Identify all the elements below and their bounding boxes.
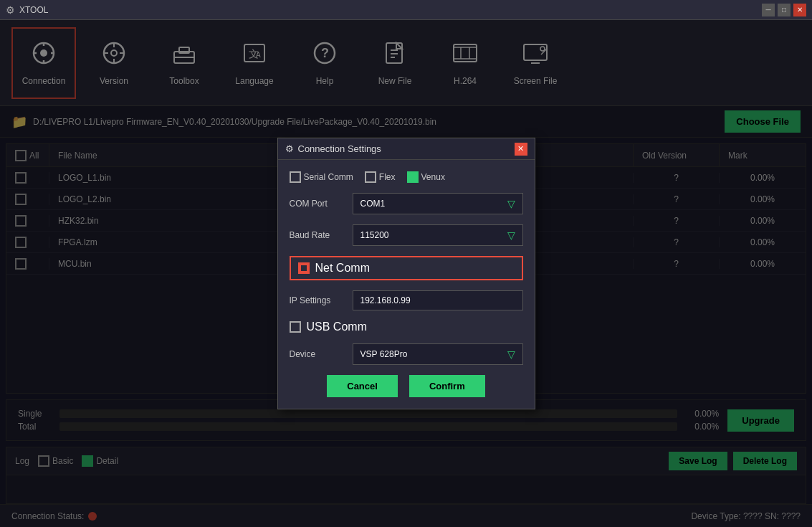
title-bar-controls: ─ □ ✕ <box>762 4 806 16</box>
close-button[interactable]: ✕ <box>793 4 806 16</box>
flex-item: Flex <box>365 171 396 183</box>
modal-close-button[interactable]: ✕ <box>515 143 527 156</box>
baud-rate-select[interactable]: 115200 ▽ <box>353 224 523 246</box>
venux-checkbox[interactable] <box>407 171 419 183</box>
modal-confirm-button[interactable]: Confirm <box>409 375 485 397</box>
modal-icon: ⚙ <box>285 143 294 154</box>
modal-titlebar: ⚙ Connection Settings ✕ <box>278 138 535 160</box>
device-value: VSP 628Pro <box>360 349 408 359</box>
venux-item: Venux <box>407 171 445 183</box>
app-icon: ⚙ <box>6 4 15 16</box>
ip-settings-label: IP Settings <box>290 295 347 305</box>
device-row: Device VSP 628Pro ▽ <box>290 343 523 365</box>
usb-comm-checkbox[interactable] <box>290 321 301 333</box>
baud-rate-label: Baud Rate <box>290 230 347 240</box>
device-select[interactable]: VSP 628Pro ▽ <box>353 343 523 365</box>
modal-overlay: ⚙ Connection Settings ✕ Serial Comm Flex… <box>0 20 812 527</box>
usb-comm-label: USB Comm <box>307 321 367 333</box>
modal-cancel-button[interactable]: Cancel <box>327 375 398 397</box>
com-port-value: COM1 <box>360 199 386 209</box>
title-bar-left: ⚙ XTOOL <box>6 4 48 16</box>
app-title: XTOOL <box>19 5 48 15</box>
modal-actions: Cancel Confirm <box>290 375 523 397</box>
device-arrow: ▽ <box>507 348 515 360</box>
device-label: Device <box>290 349 347 359</box>
com-port-select[interactable]: COM1 ▽ <box>353 193 523 214</box>
usb-comm-row: USB Comm <box>290 321 523 333</box>
com-port-arrow: ▽ <box>507 198 515 209</box>
venux-label: Venux <box>421 172 445 182</box>
com-port-label: COM Port <box>290 199 347 209</box>
flex-checkbox[interactable] <box>365 171 376 183</box>
maximize-button[interactable]: □ <box>778 4 790 16</box>
baud-rate-row: Baud Rate 115200 ▽ <box>290 224 523 246</box>
net-comm-checkbox[interactable] <box>298 262 310 274</box>
serial-comm-item: Serial Comm <box>290 171 353 183</box>
minimize-button[interactable]: ─ <box>762 4 775 16</box>
net-comm-label: Net Comm <box>315 262 370 275</box>
com-port-row: COM Port COM1 ▽ <box>290 193 523 214</box>
baud-rate-value: 115200 <box>360 230 389 240</box>
comm-type-row: Serial Comm Flex Venux <box>290 171 523 183</box>
modal-body: Serial Comm Flex Venux COM Port COM1 ▽ <box>278 160 535 409</box>
serial-comm-checkbox[interactable] <box>290 171 301 183</box>
title-bar: ⚙ XTOOL ─ □ ✕ <box>0 0 812 20</box>
modal-title: ⚙ Connection Settings <box>285 143 381 154</box>
ip-settings-input[interactable] <box>353 290 523 310</box>
connection-settings-modal: ⚙ Connection Settings ✕ Serial Comm Flex… <box>277 138 535 409</box>
serial-comm-label: Serial Comm <box>304 172 353 182</box>
net-comm-row: Net Comm <box>290 256 523 280</box>
baud-rate-arrow: ▽ <box>507 229 515 241</box>
ip-settings-row: IP Settings <box>290 290 523 310</box>
flex-label: Flex <box>379 172 396 182</box>
